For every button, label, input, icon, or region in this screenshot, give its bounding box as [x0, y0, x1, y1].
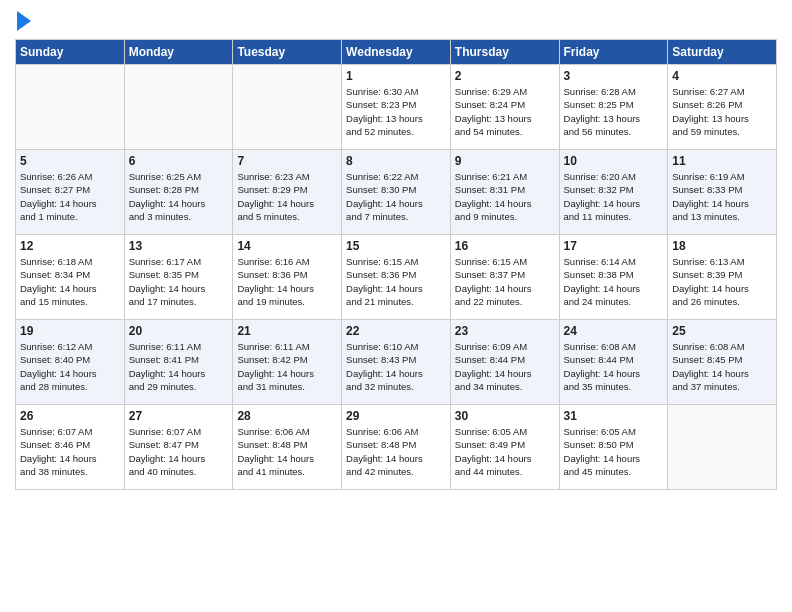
calendar-cell: 28Sunrise: 6:06 AM Sunset: 8:48 PM Dayli… — [233, 405, 342, 490]
calendar-cell: 27Sunrise: 6:07 AM Sunset: 8:47 PM Dayli… — [124, 405, 233, 490]
day-info: Sunrise: 6:06 AM Sunset: 8:48 PM Dayligh… — [237, 425, 337, 478]
day-info: Sunrise: 6:18 AM Sunset: 8:34 PM Dayligh… — [20, 255, 120, 308]
day-info: Sunrise: 6:22 AM Sunset: 8:30 PM Dayligh… — [346, 170, 446, 223]
calendar-cell — [124, 65, 233, 150]
calendar-cell: 9Sunrise: 6:21 AM Sunset: 8:31 PM Daylig… — [450, 150, 559, 235]
day-info: Sunrise: 6:09 AM Sunset: 8:44 PM Dayligh… — [455, 340, 555, 393]
calendar-cell — [233, 65, 342, 150]
calendar-cell — [668, 405, 777, 490]
day-number: 8 — [346, 154, 446, 168]
day-number: 11 — [672, 154, 772, 168]
calendar-cell: 7Sunrise: 6:23 AM Sunset: 8:29 PM Daylig… — [233, 150, 342, 235]
day-info: Sunrise: 6:21 AM Sunset: 8:31 PM Dayligh… — [455, 170, 555, 223]
day-number: 4 — [672, 69, 772, 83]
day-info: Sunrise: 6:30 AM Sunset: 8:23 PM Dayligh… — [346, 85, 446, 138]
day-number: 23 — [455, 324, 555, 338]
day-info: Sunrise: 6:15 AM Sunset: 8:36 PM Dayligh… — [346, 255, 446, 308]
calendar-cell: 18Sunrise: 6:13 AM Sunset: 8:39 PM Dayli… — [668, 235, 777, 320]
day-number: 2 — [455, 69, 555, 83]
calendar-cell: 10Sunrise: 6:20 AM Sunset: 8:32 PM Dayli… — [559, 150, 668, 235]
day-info: Sunrise: 6:17 AM Sunset: 8:35 PM Dayligh… — [129, 255, 229, 308]
day-info: Sunrise: 6:05 AM Sunset: 8:50 PM Dayligh… — [564, 425, 664, 478]
weekday-header-thursday: Thursday — [450, 40, 559, 65]
calendar-cell: 15Sunrise: 6:15 AM Sunset: 8:36 PM Dayli… — [342, 235, 451, 320]
day-number: 3 — [564, 69, 664, 83]
day-number: 31 — [564, 409, 664, 423]
day-info: Sunrise: 6:28 AM Sunset: 8:25 PM Dayligh… — [564, 85, 664, 138]
calendar-cell: 12Sunrise: 6:18 AM Sunset: 8:34 PM Dayli… — [16, 235, 125, 320]
calendar-cell: 1Sunrise: 6:30 AM Sunset: 8:23 PM Daylig… — [342, 65, 451, 150]
day-info: Sunrise: 6:07 AM Sunset: 8:46 PM Dayligh… — [20, 425, 120, 478]
weekday-header-monday: Monday — [124, 40, 233, 65]
day-info: Sunrise: 6:06 AM Sunset: 8:48 PM Dayligh… — [346, 425, 446, 478]
day-number: 19 — [20, 324, 120, 338]
week-row-2: 5Sunrise: 6:26 AM Sunset: 8:27 PM Daylig… — [16, 150, 777, 235]
weekday-header-friday: Friday — [559, 40, 668, 65]
day-info: Sunrise: 6:05 AM Sunset: 8:49 PM Dayligh… — [455, 425, 555, 478]
day-info: Sunrise: 6:27 AM Sunset: 8:26 PM Dayligh… — [672, 85, 772, 138]
day-info: Sunrise: 6:19 AM Sunset: 8:33 PM Dayligh… — [672, 170, 772, 223]
day-info: Sunrise: 6:11 AM Sunset: 8:42 PM Dayligh… — [237, 340, 337, 393]
day-info: Sunrise: 6:20 AM Sunset: 8:32 PM Dayligh… — [564, 170, 664, 223]
day-number: 15 — [346, 239, 446, 253]
day-number: 7 — [237, 154, 337, 168]
calendar-cell: 13Sunrise: 6:17 AM Sunset: 8:35 PM Dayli… — [124, 235, 233, 320]
weekday-header-tuesday: Tuesday — [233, 40, 342, 65]
day-number: 26 — [20, 409, 120, 423]
weekday-header-row: SundayMondayTuesdayWednesdayThursdayFrid… — [16, 40, 777, 65]
day-number: 29 — [346, 409, 446, 423]
calendar-cell: 23Sunrise: 6:09 AM Sunset: 8:44 PM Dayli… — [450, 320, 559, 405]
calendar-table: SundayMondayTuesdayWednesdayThursdayFrid… — [15, 39, 777, 490]
day-number: 28 — [237, 409, 337, 423]
day-number: 30 — [455, 409, 555, 423]
day-info: Sunrise: 6:16 AM Sunset: 8:36 PM Dayligh… — [237, 255, 337, 308]
day-number: 21 — [237, 324, 337, 338]
logo — [15, 10, 31, 31]
calendar-cell: 29Sunrise: 6:06 AM Sunset: 8:48 PM Dayli… — [342, 405, 451, 490]
day-info: Sunrise: 6:11 AM Sunset: 8:41 PM Dayligh… — [129, 340, 229, 393]
day-info: Sunrise: 6:23 AM Sunset: 8:29 PM Dayligh… — [237, 170, 337, 223]
calendar-cell: 11Sunrise: 6:19 AM Sunset: 8:33 PM Dayli… — [668, 150, 777, 235]
calendar-cell: 4Sunrise: 6:27 AM Sunset: 8:26 PM Daylig… — [668, 65, 777, 150]
week-row-4: 19Sunrise: 6:12 AM Sunset: 8:40 PM Dayli… — [16, 320, 777, 405]
day-number: 22 — [346, 324, 446, 338]
calendar-cell: 21Sunrise: 6:11 AM Sunset: 8:42 PM Dayli… — [233, 320, 342, 405]
weekday-header-wednesday: Wednesday — [342, 40, 451, 65]
day-info: Sunrise: 6:14 AM Sunset: 8:38 PM Dayligh… — [564, 255, 664, 308]
day-number: 12 — [20, 239, 120, 253]
day-number: 5 — [20, 154, 120, 168]
week-row-3: 12Sunrise: 6:18 AM Sunset: 8:34 PM Dayli… — [16, 235, 777, 320]
calendar-cell: 26Sunrise: 6:07 AM Sunset: 8:46 PM Dayli… — [16, 405, 125, 490]
calendar-cell: 31Sunrise: 6:05 AM Sunset: 8:50 PM Dayli… — [559, 405, 668, 490]
day-info: Sunrise: 6:13 AM Sunset: 8:39 PM Dayligh… — [672, 255, 772, 308]
day-info: Sunrise: 6:15 AM Sunset: 8:37 PM Dayligh… — [455, 255, 555, 308]
calendar-cell: 19Sunrise: 6:12 AM Sunset: 8:40 PM Dayli… — [16, 320, 125, 405]
day-number: 1 — [346, 69, 446, 83]
day-number: 27 — [129, 409, 229, 423]
calendar-cell: 2Sunrise: 6:29 AM Sunset: 8:24 PM Daylig… — [450, 65, 559, 150]
day-info: Sunrise: 6:12 AM Sunset: 8:40 PM Dayligh… — [20, 340, 120, 393]
weekday-header-saturday: Saturday — [668, 40, 777, 65]
logo-arrow-icon — [17, 11, 31, 31]
day-info: Sunrise: 6:29 AM Sunset: 8:24 PM Dayligh… — [455, 85, 555, 138]
calendar-cell: 20Sunrise: 6:11 AM Sunset: 8:41 PM Dayli… — [124, 320, 233, 405]
calendar-cell — [16, 65, 125, 150]
day-info: Sunrise: 6:10 AM Sunset: 8:43 PM Dayligh… — [346, 340, 446, 393]
day-number: 13 — [129, 239, 229, 253]
calendar-cell: 14Sunrise: 6:16 AM Sunset: 8:36 PM Dayli… — [233, 235, 342, 320]
week-row-1: 1Sunrise: 6:30 AM Sunset: 8:23 PM Daylig… — [16, 65, 777, 150]
calendar-cell: 5Sunrise: 6:26 AM Sunset: 8:27 PM Daylig… — [16, 150, 125, 235]
calendar-cell: 3Sunrise: 6:28 AM Sunset: 8:25 PM Daylig… — [559, 65, 668, 150]
day-number: 16 — [455, 239, 555, 253]
day-number: 24 — [564, 324, 664, 338]
day-number: 9 — [455, 154, 555, 168]
calendar-cell: 6Sunrise: 6:25 AM Sunset: 8:28 PM Daylig… — [124, 150, 233, 235]
weekday-header-sunday: Sunday — [16, 40, 125, 65]
calendar-cell: 30Sunrise: 6:05 AM Sunset: 8:49 PM Dayli… — [450, 405, 559, 490]
page-header — [15, 10, 777, 31]
week-row-5: 26Sunrise: 6:07 AM Sunset: 8:46 PM Dayli… — [16, 405, 777, 490]
day-info: Sunrise: 6:07 AM Sunset: 8:47 PM Dayligh… — [129, 425, 229, 478]
day-info: Sunrise: 6:08 AM Sunset: 8:45 PM Dayligh… — [672, 340, 772, 393]
day-number: 20 — [129, 324, 229, 338]
day-number: 17 — [564, 239, 664, 253]
